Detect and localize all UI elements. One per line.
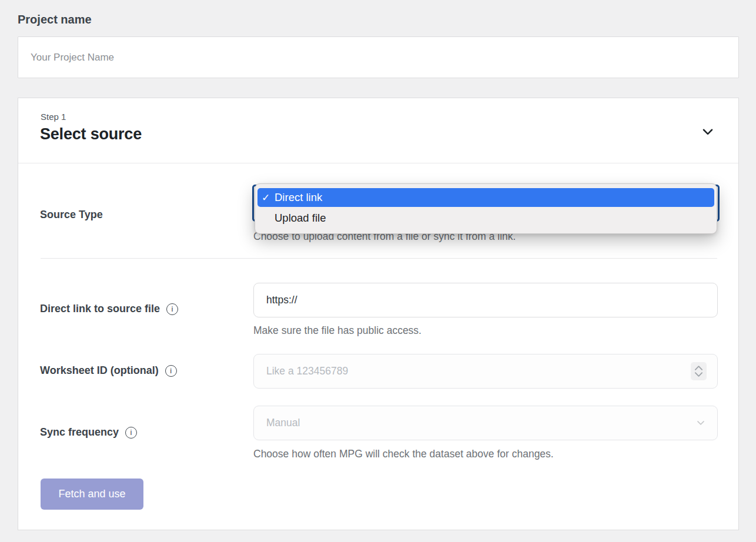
step1-card-header[interactable]: Step 1 Select source [18, 98, 738, 163]
project-name-label: Project name [18, 13, 92, 26]
chevron-down-icon[interactable] [700, 123, 716, 140]
dropdown-option-upload-file[interactable]: Upload file [255, 207, 717, 229]
row-divider [41, 258, 717, 259]
worksheet-id-input[interactable] [253, 354, 718, 389]
direct-link-label: Direct link to source file i [40, 303, 178, 315]
direct-link-help: Make sure the file has public access. [253, 324, 422, 337]
source-type-dropdown-menu: ✓ Direct link Upload file [255, 183, 717, 234]
chevron-down-icon [695, 417, 707, 431]
sync-frequency-help: Choose how often MPG will check the data… [253, 448, 554, 460]
sync-frequency-select[interactable]: Manual [253, 406, 718, 440]
dropdown-option-direct-link[interactable]: ✓ Direct link [257, 188, 714, 207]
mpg-project-setup-page: Project name Step 1 Select source Source… [0, 0, 756, 542]
source-type-label: Source Type [40, 209, 103, 221]
info-icon[interactable]: i [166, 303, 178, 315]
info-icon[interactable]: i [125, 427, 137, 439]
direct-link-input[interactable] [253, 283, 718, 317]
card-title: Select source [40, 125, 142, 143]
step-label: Step 1 [41, 112, 66, 122]
checkmark-icon: ✓ [262, 192, 275, 204]
project-name-input[interactable] [18, 36, 739, 78]
number-stepper-icon[interactable] [691, 362, 707, 380]
sync-frequency-label: Sync frequency i [40, 426, 137, 439]
fetch-and-use-button[interactable]: Fetch and use [41, 479, 143, 510]
sync-frequency-value: Manual [266, 417, 300, 429]
worksheet-id-label: Worksheet ID (optional) i [40, 364, 177, 377]
info-icon[interactable]: i [165, 365, 177, 377]
step1-card: Step 1 Select source Source Type Choose … [18, 98, 739, 530]
